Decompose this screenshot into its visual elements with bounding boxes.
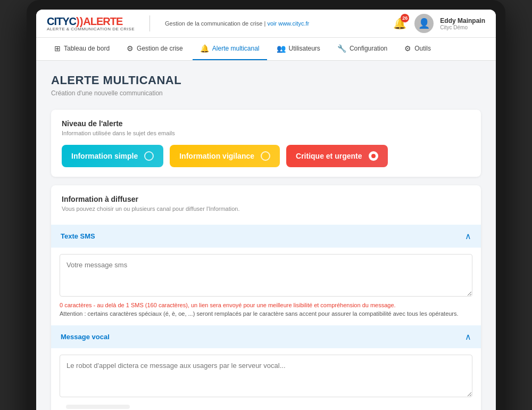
user-company: Cityc Démo [440,24,485,30]
alert-level-card-body: Niveau de l'alerte Information utilisée … [51,110,481,177]
users-icon: 👥 [277,44,286,53]
sidebar-item-users[interactable]: 👥 Utilisateurs [269,38,328,60]
alert-btn-simple[interactable]: Information simple [62,145,163,167]
sms-textarea[interactable] [60,254,472,297]
crisis-icon: ⚙ [127,44,134,53]
vocal-section-body: Appeler UNIQUEMENT les fixes Appeler les… [51,348,481,410]
sidebar-item-alert[interactable]: 🔔 Alerte multicanal [193,38,267,60]
alert-radio-critique [369,151,378,161]
diffusion-card-body: Information à diffuser Vous pouvez chois… [51,185,481,225]
logo-cityc: CITYC [47,15,76,27]
sidebar-item-config[interactable]: 🔧 Configuration [330,38,395,60]
alert-level-card: Niveau de l'alerte Information utilisée … [51,110,481,177]
tagline-link[interactable]: voir www.cityc.fr [267,20,309,27]
alert-icon: 🔔 [200,44,209,53]
alert-radio-simple [144,151,154,161]
nav-label-users: Utilisateurs [289,45,320,52]
dashboard-icon: ⊞ [54,44,61,53]
alert-label-critique: Critique et urgente [296,152,362,160]
logo-area: CITYC))ALERTE ALERTE & COMMUNICATION DE … [47,15,135,31]
logo-subtitle: ALERTE & COMMUNICATION DE CRISE [47,27,135,31]
sms-hint: 0 caractères - au delà de 1 SMS (160 car… [60,302,472,308]
app-header: CITYC))ALERTE ALERTE & COMMUNICATION DE … [36,10,496,38]
vocal-chevron-icon: ∧ [465,332,471,342]
logo-divider [149,15,150,31]
sidebar-item-crisis[interactable]: ⚙ Gestion de crise [119,38,190,60]
phone-placeholder [66,405,130,409]
tablet-screen: CITYC))ALERTE ALERTE & COMMUNICATION DE … [36,10,496,410]
sidebar-item-tools[interactable]: ⚙ Outils [397,38,438,60]
sms-note: Attention : certains caractères spéciaux… [60,310,472,317]
logo-wave: )) [76,15,83,27]
alert-btn-critique[interactable]: Critique et urgente [286,145,387,167]
nav-label-config: Configuration [350,45,387,52]
header-right: 🔔 26 👤 Eddy Mainpain Cityc Démo [391,14,485,33]
page-title: ALERTE MULTICANAL [51,73,481,87]
sms-section-title: Texte SMS [61,232,95,240]
header-left: CITYC))ALERTE ALERTE & COMMUNICATION DE … [47,15,309,31]
alert-btn-vigilance[interactable]: Information vigilance [170,145,280,167]
sms-section-header[interactable]: Texte SMS ∧ [51,225,481,248]
user-info: Eddy Mainpain Cityc Démo [440,17,485,30]
nav-label-crisis: Gestion de crise [137,45,183,52]
config-icon: 🔧 [337,44,346,53]
main-content: ALERTE MULTICANAL Création d'une nouvell… [36,61,496,410]
diffusion-card: Information à diffuser Vous pouvez chois… [51,185,481,410]
logo-alerte: ALERTE [83,15,122,27]
nav-label-alert: Alerte multicanal [212,45,260,52]
notification-badge: 26 [401,14,409,22]
alert-label-vigilance: Information vigilance [179,152,254,160]
diffusion-title: Information à diffuser [62,195,470,203]
vocal-textarea[interactable] [60,355,472,397]
tablet-frame: CITYC))ALERTE ALERTE & COMMUNICATION DE … [27,0,505,410]
tagline-text: Gestion de la communication de crise [165,20,262,27]
alert-radio-vigilance [261,151,270,161]
sidebar-item-dashboard[interactable]: ⊞ Tableau de bord [47,38,117,60]
sms-chevron-icon: ∧ [465,231,471,241]
alert-level-title: Niveau de l'alerte [62,119,470,128]
page-subtitle: Création d'une nouvelle communication [51,89,481,97]
app-nav: ⊞ Tableau de bord ⚙ Gestion de crise 🔔 A… [36,38,496,61]
tools-icon: ⚙ [404,44,411,53]
user-name: Eddy Mainpain [440,17,485,24]
avatar: 👤 [414,14,434,33]
diffusion-desc: Vous pouvez choisir un ou plusieurs cana… [62,206,470,212]
notification-bell[interactable]: 🔔 26 [391,15,408,32]
vocal-section-header[interactable]: Message vocal ∧ [51,325,481,348]
alert-levels: Information simple Information vigilance… [62,145,470,167]
nav-label-dashboard: Tableau de bord [64,45,110,52]
vocal-section-title: Message vocal [61,333,110,341]
alert-label-simple: Information simple [71,152,138,160]
header-tagline: Gestion de la communication de crise | v… [165,20,309,27]
alert-level-desc: Information utilisée dans le sujet des e… [62,130,470,136]
nav-label-tools: Outils [414,45,431,52]
sms-section-body: 0 caractères - au delà de 1 SMS (160 car… [51,248,481,325]
